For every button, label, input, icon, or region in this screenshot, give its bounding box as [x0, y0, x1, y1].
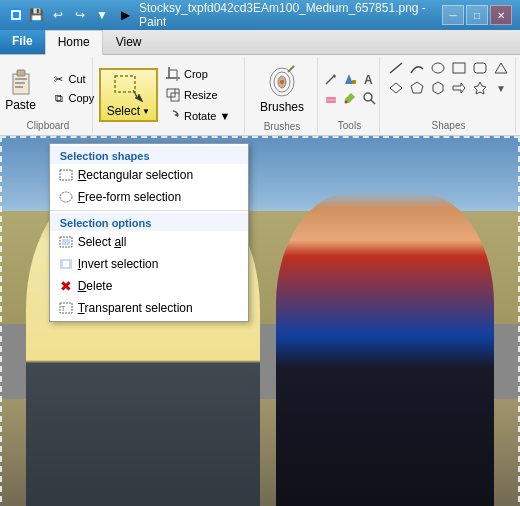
- svg-line-40: [371, 100, 375, 104]
- tab-view[interactable]: View: [103, 30, 155, 54]
- delete-label: Delete: [78, 279, 113, 293]
- svg-rect-13: [62, 239, 70, 245]
- figure-right: [276, 192, 494, 506]
- transparent-selection-label: Transparent selection: [78, 301, 193, 315]
- rotate-icon: [165, 108, 181, 124]
- tools-grid: A: [322, 70, 378, 107]
- fill-button[interactable]: [341, 70, 359, 88]
- maximize-button[interactable]: □: [466, 5, 488, 25]
- more-shapes[interactable]: ▼: [491, 79, 511, 97]
- oval-shape[interactable]: [428, 59, 448, 77]
- svg-marker-26: [174, 113, 178, 117]
- svg-rect-5: [15, 78, 27, 80]
- svg-point-39: [364, 93, 372, 101]
- freeform-selection-icon: [58, 189, 74, 205]
- hexagon-shape[interactable]: [428, 79, 448, 97]
- tools-label: Tools: [338, 118, 361, 131]
- rect-shape[interactable]: [449, 59, 469, 77]
- brushes-button[interactable]: Brushes: [251, 59, 313, 119]
- pentagon-shape[interactable]: [407, 79, 427, 97]
- ribbon-content: Paste ✂ Cut ⧉ Copy Clipboard: [0, 55, 520, 135]
- select-button[interactable]: Select ▼: [99, 68, 158, 122]
- quick-access-dropdown[interactable]: ▼: [92, 5, 112, 25]
- clipboard-group-content: Paste ✂ Cut ⧉ Copy: [0, 59, 99, 118]
- line-shape[interactable]: [386, 59, 406, 77]
- cut-icon: ✂: [52, 72, 66, 86]
- shapes-content: ▼: [386, 59, 511, 118]
- clipboard-label: Clipboard: [26, 118, 69, 131]
- svg-marker-9: [133, 90, 143, 102]
- cut-button[interactable]: ✂ Cut: [47, 70, 100, 88]
- freeform-selection-item[interactable]: Free-form selection: [50, 186, 248, 208]
- star-shape[interactable]: [470, 79, 490, 97]
- arrow-icon: ▶: [118, 7, 133, 23]
- svg-marker-46: [390, 83, 402, 93]
- crop-icon: [165, 66, 181, 82]
- select-label: Select: [107, 104, 140, 118]
- select-all-icon: [58, 234, 74, 250]
- crop-label: Crop: [184, 68, 208, 80]
- pencil-button[interactable]: [322, 70, 340, 88]
- transparent-selection-item[interactable]: T Transparent selection: [50, 297, 248, 319]
- svg-point-30: [280, 80, 284, 84]
- resize-button[interactable]: Resize: [160, 85, 240, 105]
- ribbon: File Home View Paste: [0, 30, 520, 136]
- svg-line-32: [326, 76, 334, 84]
- svg-rect-7: [15, 86, 23, 88]
- svg-rect-4: [17, 70, 25, 76]
- picker-button[interactable]: [341, 89, 359, 107]
- select-icon: [112, 72, 144, 104]
- brushes-group: Brushes Brushes: [247, 57, 318, 133]
- quick-access-toolbar: 💾 ↩ ↪ ▼: [8, 5, 112, 25]
- shapes-grid-row2: ▼: [386, 79, 511, 97]
- undo-button[interactable]: ↩: [48, 5, 68, 25]
- magnify-button[interactable]: [360, 89, 378, 107]
- paste-label: Paste: [5, 98, 36, 112]
- rotate-button[interactable]: Rotate ▼: [160, 106, 240, 126]
- minimize-button[interactable]: ─: [442, 5, 464, 25]
- crop-button[interactable]: Crop: [160, 64, 240, 84]
- text-button[interactable]: A: [360, 70, 378, 88]
- svg-line-31: [288, 66, 294, 72]
- svg-text:A: A: [364, 73, 373, 86]
- eraser-button[interactable]: [322, 89, 340, 107]
- menu-separator-1: [50, 210, 248, 211]
- svg-rect-34: [352, 80, 356, 84]
- crr-buttons: Crop Resize: [160, 64, 240, 126]
- copy-button[interactable]: ⧉ Copy: [47, 89, 100, 107]
- redo-button[interactable]: ↪: [70, 5, 90, 25]
- invert-selection-item[interactable]: Invert selection: [50, 253, 248, 275]
- curve-shape[interactable]: [407, 59, 427, 77]
- select-dropdown-menu: Selection shapes Rectangular selection: [49, 143, 249, 322]
- svg-marker-47: [411, 82, 423, 93]
- paste-button[interactable]: Paste: [0, 61, 45, 117]
- rounded-rect-shape[interactable]: [470, 59, 490, 77]
- transparent-selection-icon: T: [58, 300, 74, 316]
- triangle-shape[interactable]: [491, 59, 511, 77]
- arrow-right-shape[interactable]: [449, 79, 469, 97]
- svg-rect-44: [474, 63, 486, 73]
- select-dropdown-container: Select ▼ Selection shapes: [99, 68, 158, 122]
- app-icon: [8, 7, 24, 23]
- rectangular-selection-item[interactable]: Rectangular selection: [50, 164, 248, 186]
- brushes-content: Brushes: [251, 59, 313, 119]
- ribbon-tabs: File Home View: [0, 30, 520, 55]
- select-all-item[interactable]: Select all: [50, 231, 248, 253]
- select-dropdown-arrow: ▼: [142, 107, 150, 116]
- resize-icon: [165, 87, 181, 103]
- tab-file[interactable]: File: [0, 30, 45, 54]
- svg-rect-10: [60, 170, 72, 180]
- close-button[interactable]: ✕: [490, 5, 512, 25]
- svg-point-42: [432, 63, 444, 73]
- image-group: Select ▼ Selection shapes: [95, 57, 245, 133]
- save-button[interactable]: 💾: [26, 5, 46, 25]
- tools-content: A: [322, 59, 378, 118]
- tools-group: A Tools: [320, 57, 380, 133]
- delete-item[interactable]: ✖ Delete: [50, 275, 248, 297]
- crop-resize-rotate-group: Crop Resize: [160, 64, 240, 126]
- tab-home[interactable]: Home: [45, 30, 103, 55]
- shapes-group: ▼ Shapes: [382, 57, 516, 133]
- diamond-shape[interactable]: [386, 79, 406, 97]
- delete-icon: ✖: [58, 278, 74, 294]
- svg-point-38: [344, 101, 347, 104]
